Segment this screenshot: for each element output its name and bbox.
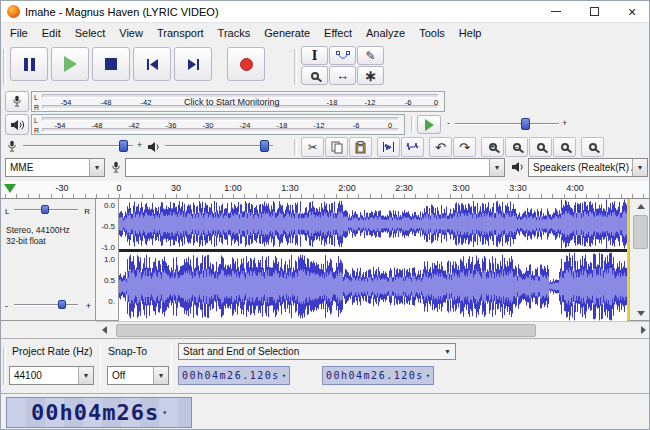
play-speed-slider[interactable]: [455, 116, 559, 132]
zoom-tool-button[interactable]: [301, 66, 328, 85]
transport-toolbar-grip[interactable]: [3, 49, 6, 85]
cut-icon: ✂: [308, 142, 317, 153]
fit-selection-icon: [537, 143, 545, 151]
skip-to-start-button[interactable]: [133, 47, 171, 81]
playback-meter[interactable]: L R -54 -48 -42 -36 -30 -24 -18 -12 -6 0: [31, 114, 405, 135]
redo-button[interactable]: ↷: [453, 137, 476, 157]
waveform[interactable]: [119, 199, 627, 321]
menu-tools[interactable]: Tools: [412, 23, 452, 43]
timeshift-tool-button[interactable]: ↔: [329, 66, 356, 85]
menu-analyze[interactable]: Analyze: [359, 23, 412, 43]
selection-end-time[interactable]: 00h04m26.120s ▾: [322, 366, 434, 385]
menu-effect[interactable]: Effect: [317, 23, 359, 43]
slider-thumb[interactable]: [41, 205, 49, 214]
menu-generate[interactable]: Generate: [257, 23, 317, 43]
track-control-panel[interactable]: L R Stereo, 44100Hz 32-bit float - +: [1, 199, 96, 321]
pan-slider[interactable]: [14, 204, 78, 216]
maximize-button[interactable]: [575, 1, 613, 22]
slider-thumb[interactable]: [260, 140, 269, 152]
tools-toolbar-grip[interactable]: [294, 49, 297, 85]
trim-audio-button[interactable]: [377, 137, 400, 157]
meter-scale-label: -12: [314, 121, 325, 130]
timeline-pin-icon[interactable]: [4, 184, 16, 193]
audacity-window: Imahe - Magnus Haven (LYRIC VIDEO) × Fil…: [0, 0, 650, 430]
vruler-label: 0.: [108, 297, 115, 306]
record-volume-slider[interactable]: [23, 138, 133, 154]
timeline-label: 3:30: [509, 183, 527, 193]
silence-audio-button[interactable]: [401, 137, 424, 157]
recording-meter[interactable]: L R -54 -48 -42 Click to Start Monitorin…: [31, 91, 445, 112]
copy-button[interactable]: [325, 137, 348, 157]
play-at-speed-button[interactable]: [417, 115, 441, 134]
zoom-toggle-button[interactable]: [581, 137, 604, 157]
gain-minus-label: -: [5, 301, 8, 311]
scroll-up-button[interactable]: [630, 199, 650, 213]
close-button[interactable]: ×: [613, 1, 650, 22]
scroll-right-button[interactable]: [635, 322, 650, 338]
record-button[interactable]: [227, 47, 265, 81]
stop-button[interactable]: [92, 47, 130, 81]
horizontal-scroll-thumb[interactable]: [116, 324, 536, 337]
envelope-tool-button[interactable]: [329, 46, 356, 65]
speed-toolbar-grip[interactable]: [411, 116, 414, 133]
menu-file[interactable]: File: [3, 23, 35, 43]
audio-position-display[interactable]: 00h04m26s ▾: [6, 397, 192, 428]
edit-toolbar-grip[interactable]: [294, 139, 297, 156]
play-button[interactable]: [51, 47, 89, 81]
microphone-icon: [111, 160, 121, 175]
record-meter-button[interactable]: [5, 91, 29, 112]
audio-host-select[interactable]: MME ▾: [5, 158, 105, 177]
scroll-down-button[interactable]: [630, 306, 650, 320]
project-rate-select[interactable]: 44100 ▾: [9, 366, 94, 385]
multi-tool-button[interactable]: ∗: [357, 66, 384, 85]
menu-edit[interactable]: Edit: [35, 23, 68, 43]
zoom-in-button[interactable]: +: [481, 137, 504, 157]
monitoring-hint-label[interactable]: Click to Start Monitoring: [184, 97, 280, 107]
timeline-ruler[interactable]: -30 0 30 1:00 1:30 2:00 2:30 3:00 3:30 4…: [1, 181, 650, 199]
play-meter-button[interactable]: [5, 114, 29, 135]
skip-to-end-button[interactable]: [174, 47, 212, 81]
recording-device-select[interactable]: ▾: [125, 158, 505, 177]
selection-tool-button[interactable]: I: [301, 46, 328, 65]
cut-button[interactable]: ✂: [301, 137, 324, 157]
menu-transport[interactable]: Transport: [150, 23, 211, 43]
chevron-down-icon: ▾: [162, 408, 167, 417]
playback-device-select[interactable]: Speakers (Realtek(R) Au ▾: [528, 158, 648, 177]
selection-toolbar-grip[interactable]: [3, 347, 6, 385]
snap-to-select[interactable]: Off ▾: [107, 366, 169, 385]
meter-scale-label: -48: [92, 121, 103, 130]
slider-thumb[interactable]: [58, 300, 66, 309]
fit-project-button[interactable]: [553, 137, 576, 157]
vertical-scroll-thumb[interactable]: [633, 215, 648, 249]
play-volume-slider[interactable]: [165, 138, 273, 154]
scroll-left-button[interactable]: [96, 322, 112, 338]
menu-select[interactable]: Select: [68, 23, 113, 43]
selection-start-time[interactable]: 00h04m26.120s ▾: [178, 366, 290, 385]
meter-scale-label: -24: [240, 121, 251, 130]
record-meter-left-label: L: [34, 94, 38, 101]
edit-toolbar: ✂ ↶ ↷ + -: [301, 137, 605, 157]
menu-view[interactable]: View: [112, 23, 150, 43]
slider-thumb[interactable]: [521, 118, 530, 130]
timeline-label: 1:30: [281, 183, 299, 193]
minimize-button[interactable]: [537, 1, 575, 22]
track-waveform-area[interactable]: [119, 199, 629, 321]
undo-button[interactable]: ↶: [429, 137, 452, 157]
pause-button[interactable]: [10, 47, 48, 81]
record-volume-plus-label: +: [137, 140, 142, 150]
menu-help[interactable]: Help: [452, 23, 489, 43]
selection-mode-select[interactable]: Start and End of Selection ▾: [178, 343, 456, 360]
gain-slider[interactable]: [14, 299, 78, 311]
vertical-scrollbar[interactable]: [629, 199, 650, 321]
horizontal-scrollbar[interactable]: [96, 321, 650, 338]
menu-tracks[interactable]: Tracks: [211, 23, 258, 43]
paste-button[interactable]: [349, 137, 372, 157]
draw-tool-button[interactable]: ✎: [357, 46, 384, 65]
fit-selection-button[interactable]: [529, 137, 552, 157]
slider-thumb[interactable]: [119, 140, 128, 152]
vertical-scale-ruler[interactable]: 0.0 -0.5 -1.0 1.0 0.5 0.: [96, 199, 119, 321]
timeline-label: 1:00: [224, 183, 242, 193]
scroll-right-icon: [641, 326, 646, 334]
meter-scale-label: 0: [434, 98, 438, 107]
zoom-out-button[interactable]: -: [505, 137, 528, 157]
